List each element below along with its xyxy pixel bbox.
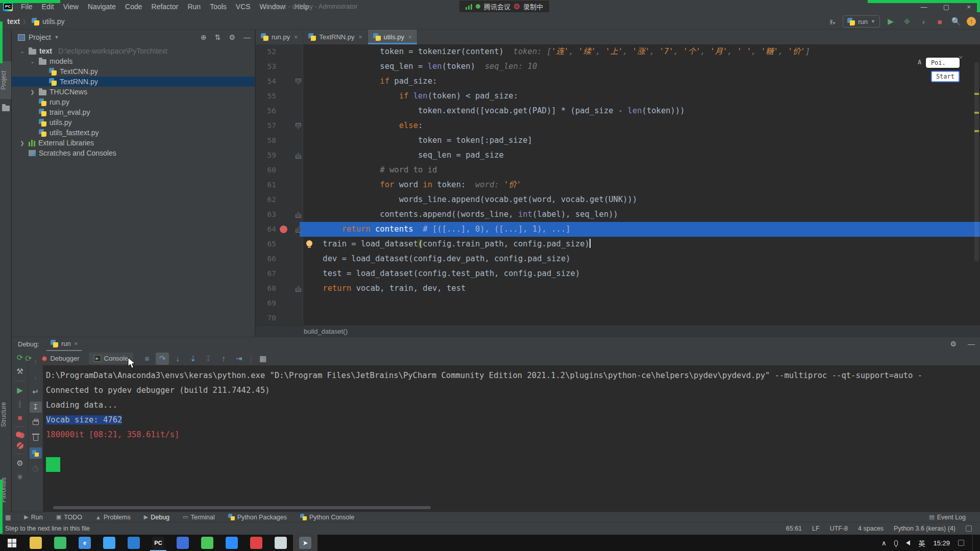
tree-item-models[interactable]: ⌄models	[12, 56, 255, 66]
taskbar-notepad[interactable]	[268, 535, 293, 551]
rerun-debug-icon[interactable]: ⟳	[17, 353, 23, 362]
taskbar-browser-circle[interactable]	[121, 535, 146, 551]
smart-step-into-icon[interactable]: ↧	[202, 353, 215, 365]
tree-arrow-icon[interactable]: ⌄	[29, 59, 36, 64]
debug-tab-console[interactable]: ▶Console	[89, 353, 134, 364]
tool-window-problems[interactable]: ▲Problems	[95, 514, 131, 521]
annotation-start-button[interactable]: Start	[931, 71, 960, 82]
debug-tab-debugger[interactable]: Debugger	[37, 353, 84, 364]
tree-item-scratches-and-consoles[interactable]: Scratches and Consoles	[12, 148, 255, 158]
debug-session-tab[interactable]: run ×	[46, 337, 82, 351]
evaluate-expression-icon[interactable]: ▦	[256, 353, 270, 365]
tree-item-train-eval-py[interactable]: train_eval.py	[12, 107, 255, 117]
fold-marker-icon[interactable]	[296, 153, 301, 159]
menu-refactor[interactable]: Refactor	[147, 0, 183, 13]
step-out-icon[interactable]: ↑	[217, 353, 230, 365]
console-line[interactable]: Connected to pydev debugger (build 211.7…	[46, 383, 270, 398]
stripe-tab-project[interactable]: Project	[0, 62, 11, 98]
taskbar-browser-blue[interactable]: e	[72, 535, 97, 551]
show-python-prompt-icon[interactable]	[30, 447, 42, 459]
history-icon[interactable]: ◷	[30, 463, 42, 474]
tree-item-external-libraries[interactable]: ❯External Libraries	[12, 138, 255, 148]
code-line-55[interactable]: 55 if len(token) < pad_size:	[256, 89, 980, 104]
taskbar-app-blue[interactable]	[170, 535, 195, 551]
taskbar-tim[interactable]	[97, 535, 121, 551]
mute-breakpoints-icon[interactable]	[17, 442, 23, 449]
clear-all-icon[interactable]	[30, 432, 42, 443]
start-button[interactable]	[0, 535, 23, 551]
code-editor[interactable]: 52 token = tokenizer(content) token: ['连…	[256, 44, 980, 325]
run-button[interactable]: ▶	[885, 17, 896, 26]
project-settings-icon[interactable]: ⚙	[229, 33, 235, 41]
editor-breadcrumb[interactable]: build_dataset()	[256, 325, 980, 337]
tree-item-text[interactable]: ⌄textD:\eclipse-workspace\PyTorch\text	[12, 46, 255, 56]
code-line-56[interactable]: 56 token.extend([vocab.get(PAD)] * (pad_…	[256, 104, 980, 118]
breadcrumb-file[interactable]: utils.py	[42, 17, 65, 26]
breadcrumb-project[interactable]: text	[7, 17, 20, 26]
console-line[interactable]: 180000it [08:21, 358.61it/s]	[46, 428, 179, 442]
console-horizontal-scrollbar[interactable]	[53, 506, 431, 509]
debug-console-output[interactable]: D:\ProgramData\Anaconda3\envs\keras\pyth…	[43, 365, 980, 512]
close-tab-icon[interactable]: ×	[408, 34, 412, 41]
code-line-59[interactable]: 59 seq_len = pad_size	[256, 148, 980, 163]
taskbar-meeting[interactable]	[219, 535, 244, 551]
tree-item-textrnn-py[interactable]: TextRNN.py	[12, 77, 255, 87]
code-line-52[interactable]: 52 token = tokenizer(content) token: ['连…	[256, 44, 980, 59]
stripe-tab-structure[interactable]: Structure	[0, 392, 11, 438]
tree-arrow-icon[interactable]: ❯	[19, 140, 26, 146]
tree-item-run-py[interactable]: run.py	[12, 97, 255, 107]
taskbar-active-app[interactable]: ➤	[293, 535, 317, 551]
print-icon[interactable]	[30, 417, 42, 428]
show-execution-point-icon[interactable]: ≡	[140, 353, 154, 365]
menu-code[interactable]: Code	[120, 0, 146, 13]
debug-settings-icon[interactable]: ⚙	[950, 340, 957, 348]
breakpoint-icon[interactable]	[280, 226, 287, 233]
editor-tab-TextRNN-py[interactable]: TextRNN.py×	[303, 30, 368, 44]
input-language-indicator[interactable]: 英	[918, 538, 925, 548]
step-into-icon[interactable]: ↓	[171, 353, 184, 365]
stop-icon[interactable]: ■	[17, 413, 22, 422]
status-caret-position[interactable]: 65:61	[786, 525, 802, 532]
close-icon[interactable]: ×	[74, 340, 78, 347]
tool-window-python-console[interactable]: Python Console	[300, 514, 354, 521]
code-line-66[interactable]: 66 dev = load_dataset(config.dev_path, c…	[256, 252, 980, 266]
up-stack-icon[interactable]: ↑	[30, 356, 42, 367]
microphone-icon[interactable]	[894, 540, 898, 546]
tree-arrow-icon[interactable]: ❯	[29, 89, 36, 95]
editor-tab-run-py[interactable]: run.py×	[256, 30, 303, 44]
taskbar-pycharm[interactable]: PC	[146, 535, 170, 551]
tray-chevron-up-icon[interactable]: ∧	[881, 539, 887, 547]
taskbar-app-red[interactable]	[244, 535, 268, 551]
fold-marker-icon[interactable]	[296, 212, 301, 218]
debug-button[interactable]: 🞜	[901, 17, 913, 26]
tree-item-thucnews[interactable]: ❯THUCNews	[12, 87, 255, 97]
tree-item-textcnn-py[interactable]: TextCNN.py	[12, 66, 255, 77]
code-line-68[interactable]: 68 return vocab, train, dev, test	[256, 281, 980, 296]
fold-marker-icon[interactable]	[296, 79, 301, 85]
hide-panel-icon[interactable]: —	[243, 33, 251, 41]
notification-icon[interactable]	[958, 540, 964, 546]
user-icon[interactable]: 🯅▾	[826, 17, 838, 26]
tool-window-terminal[interactable]: ▭Terminal	[183, 514, 215, 521]
fold-marker-icon[interactable]	[296, 123, 301, 129]
status-python-interpreter[interactable]: Python 3.6 (keras) (4)	[894, 525, 955, 532]
view-breakpoints-icon[interactable]	[16, 432, 24, 438]
fold-marker-icon[interactable]	[296, 286, 301, 292]
code-line-63[interactable]: 63 contents.append((words_line, int(labe…	[256, 207, 980, 222]
tool-window-switcher-icon[interactable]: ▦	[5, 514, 11, 521]
code-line-70[interactable]: 70	[256, 311, 980, 325]
code-line-62[interactable]: 62 words_line.append(vocab.get(word, voc…	[256, 192, 980, 207]
locate-file-icon[interactable]: ⊕	[201, 33, 207, 41]
console-line[interactable]: Vocab size: 4762	[46, 413, 122, 428]
taskbar-file-explorer[interactable]	[23, 535, 48, 551]
menu-tools[interactable]: Tools	[205, 0, 231, 13]
close-tab-icon[interactable]: ×	[294, 34, 298, 41]
code-line-69[interactable]: 69	[256, 296, 980, 311]
debug-hide-icon[interactable]: —	[968, 340, 975, 348]
menu-run[interactable]: Run	[183, 0, 205, 13]
settings-icon[interactable]: ⚙	[16, 459, 23, 468]
code-line-65[interactable]: 65 train = load_dataset(config.train_pat…	[256, 237, 980, 252]
clock[interactable]: 15:29	[933, 539, 950, 547]
code-line-53[interactable]: 53 seq_len = len(token) seq_len: 10	[256, 59, 980, 74]
coverage-button[interactable]: ◖	[918, 17, 929, 26]
